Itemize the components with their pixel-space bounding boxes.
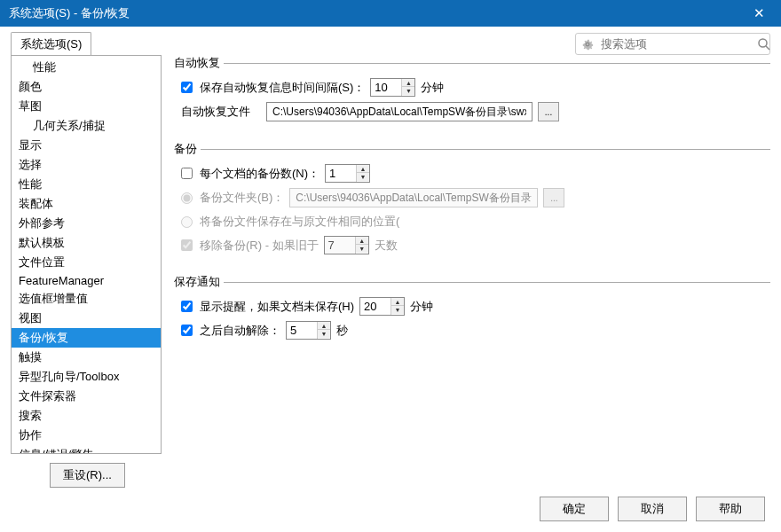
autorecover-save-label: 保存自动恢复信息时间间隔(S)： [200, 80, 365, 96]
group-backup: 备份 每个文档的备份数(N)： ▲▼ 备份文件夹(B)： ... 将备份文件保存… [176, 141, 770, 267]
spin-up-icon[interactable]: ▲ [357, 165, 369, 173]
group-legend: 备份 [174, 141, 201, 157]
spin-down-icon[interactable]: ▼ [357, 173, 369, 181]
backup-remove-unit: 天数 [375, 238, 398, 254]
backup-sameloc-label: 将备份文件保存在与原文件相同的位置( [200, 214, 399, 230]
spin-up-icon: ▲ [356, 237, 368, 245]
nav-item[interactable]: 默认模板 [12, 233, 161, 253]
nav-item[interactable]: 选值框增量值 [12, 289, 161, 309]
notify-show-spinner[interactable]: ▲▼ [359, 297, 405, 316]
nav-item[interactable]: 草图 [12, 97, 161, 116]
search-box[interactable] [575, 33, 770, 55]
nav-item[interactable]: 装配体 [12, 194, 161, 214]
help-button[interactable]: 帮助 [696, 497, 765, 521]
notify-dismiss-spinner[interactable]: ▲▼ [286, 321, 331, 340]
spin-up-icon[interactable]: ▲ [391, 298, 404, 306]
backup-remove-spinner: ▲▼ [324, 236, 369, 254]
reset-button[interactable]: 重设(R)... [50, 463, 125, 488]
nav-item[interactable]: 视图 [12, 309, 161, 328]
group-notify: 保存通知 显示提醒，如果文档未保存(H) ▲▼ 分钟 之后自动解除： ▲▼ 秒 [176, 274, 770, 352]
nav-tree[interactable]: 区域剖面线/填充性能颜色草图几何关系/捕捉显示选择性能装配体外部参考默认模板文件… [11, 55, 162, 454]
notify-show-label: 显示提醒，如果文档未保存(H) [200, 299, 354, 315]
nav-item[interactable]: 信息/错误/警告 [12, 445, 161, 454]
spin-down-icon[interactable]: ▼ [402, 87, 414, 95]
group-legend: 保存通知 [174, 274, 224, 290]
ok-button[interactable]: 确定 [540, 497, 609, 521]
group-legend: 自动恢复 [174, 55, 224, 71]
spin-up-icon[interactable]: ▲ [402, 79, 414, 87]
backup-count-spinner[interactable]: ▲▼ [325, 164, 370, 183]
backup-remove-checkbox [181, 239, 193, 251]
autorecover-interval-spinner[interactable]: ▲▼ [370, 78, 415, 97]
nav-item[interactable]: 选择 [12, 155, 161, 175]
spin-down-icon[interactable]: ▼ [391, 306, 404, 314]
nav-item[interactable]: 几何关系/捕捉 [12, 116, 161, 136]
backup-remove-label: 移除备份(R) - 如果旧于 [200, 238, 319, 254]
search-input[interactable] [599, 36, 752, 51]
nav-item[interactable]: 备份/恢复 [12, 328, 161, 348]
autorecover-browse-button[interactable]: ... [538, 102, 559, 121]
svg-point-1 [759, 39, 767, 47]
footer-buttons: 确定 取消 帮助 [540, 497, 765, 521]
toolbar: 系统选项(S) [0, 27, 781, 56]
nav-item[interactable]: 触摸 [12, 348, 161, 367]
nav-item[interactable]: 文件位置 [12, 253, 161, 272]
close-icon[interactable]: ✕ [746, 5, 772, 21]
backup-folder-label: 备份文件夹(B)： [200, 190, 284, 206]
nav-item[interactable]: 外部参考 [12, 214, 161, 233]
autorecover-interval-input[interactable] [371, 79, 401, 96]
autorecover-unit: 分钟 [421, 80, 444, 96]
backup-count-label: 每个文档的备份数(N)： [200, 166, 320, 182]
notify-dismiss-label: 之后自动解除： [200, 323, 280, 339]
autorecover-file-label: 自动恢复文件 [181, 104, 261, 120]
nav-item[interactable]: 文件探索器 [12, 387, 161, 406]
nav-item[interactable]: 协作 [12, 426, 161, 445]
backup-sameloc-radio [181, 216, 193, 228]
spin-down-icon: ▼ [356, 245, 368, 253]
titlebar: 系统选项(S) - 备份/恢复 ✕ [0, 0, 781, 27]
tab-system-options[interactable]: 系统选项(S) [11, 32, 91, 56]
nav-item[interactable]: 颜色 [12, 77, 161, 97]
spin-up-icon[interactable]: ▲ [318, 322, 330, 330]
gear-icon [581, 38, 594, 51]
search-icon[interactable] [757, 37, 771, 51]
nav-item[interactable]: 性能 [12, 58, 161, 77]
notify-dismiss-checkbox[interactable] [181, 325, 193, 336]
backup-remove-input [325, 237, 355, 254]
autorecover-save-checkbox[interactable] [181, 82, 193, 93]
nav-item[interactable]: 性能 [12, 175, 161, 194]
notify-show-checkbox[interactable] [181, 301, 193, 312]
nav-item[interactable]: 搜索 [12, 406, 161, 426]
group-autorecover: 自动恢复 保存自动恢复信息时间间隔(S)： ▲▼ 分钟 自动恢复文件 ... [176, 55, 770, 134]
notify-show-input[interactable] [360, 298, 390, 315]
svg-line-2 [766, 46, 769, 50]
window-title: 系统选项(S) - 备份/恢复 [9, 5, 130, 21]
backup-browse-button: ... [543, 188, 564, 207]
autorecover-file-input[interactable] [266, 102, 532, 121]
backup-count-input[interactable] [326, 165, 356, 182]
nav-item[interactable]: 异型孔向导/Toolbox [12, 367, 161, 387]
nav-item[interactable]: 显示 [12, 136, 161, 155]
cancel-button[interactable]: 取消 [618, 497, 687, 521]
notify-dismiss-unit: 秒 [336, 323, 348, 339]
notify-dismiss-input[interactable] [287, 322, 317, 339]
backup-folder-radio [181, 192, 193, 204]
backup-count-checkbox[interactable] [181, 168, 193, 179]
backup-folder-input [289, 188, 538, 207]
notify-show-unit: 分钟 [410, 299, 433, 315]
nav-item[interactable]: FeatureManager [12, 272, 161, 289]
spin-down-icon[interactable]: ▼ [318, 330, 330, 338]
settings-panel: 自动恢复 保存自动恢复信息时间间隔(S)： ▲▼ 分钟 自动恢复文件 ... 备… [162, 55, 770, 454]
